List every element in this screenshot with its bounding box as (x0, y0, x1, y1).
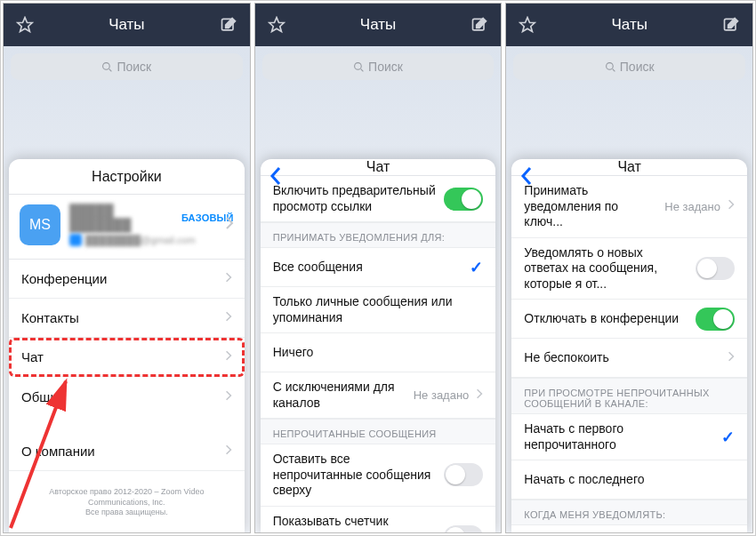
navbar: Чаты (506, 4, 752, 46)
row-label: Оставить все непрочитанные сообщения све… (273, 452, 438, 499)
menu-label: О компании (21, 444, 225, 459)
setting-row[interactable]: С исключениями для каналовНе задано (261, 372, 496, 419)
phone-2-screen: Чаты Поиск Чат Включить предварительный … (254, 3, 503, 533)
toggle-switch[interactable] (444, 463, 483, 486)
search-placeholder: Поиск (117, 60, 151, 74)
setting-row[interactable]: Принимать уведомления по ключ...Не задан… (511, 176, 747, 238)
row-label: Уведомлять о новых ответах на сообщения,… (524, 245, 688, 292)
menu-item-конференции[interactable]: Конференции (9, 260, 245, 299)
zoom-icon (69, 234, 82, 246)
search-placeholder: Поиск (620, 60, 655, 74)
chevron-right-icon (225, 310, 232, 325)
sheet-header: Чат (261, 159, 496, 176)
menu-label: Контакты (21, 310, 225, 325)
star-icon[interactable] (519, 16, 536, 34)
sheet-header: Настройки (9, 159, 245, 195)
account-text: █████ ███████ БАЗОВЫЙ ████████@gmail.com (69, 204, 234, 246)
settings-sheet: Настройки MS █████ ███████ БАЗОВЫЙ █████… (9, 159, 245, 532)
menu-label: Общие (21, 389, 225, 404)
svg-point-6 (355, 62, 362, 69)
navbar: Чаты (4, 4, 250, 46)
copyright-line1: Авторское право 2012-2020 – Zoom Video C… (18, 487, 236, 508)
toggle-switch[interactable] (696, 308, 735, 331)
sheet-title: Настройки (92, 169, 161, 185)
row-label: Не беспокоить (524, 350, 720, 366)
chevron-right-icon (225, 271, 232, 286)
sheet-title: Чат (617, 159, 641, 175)
search-input[interactable]: Поиск (513, 53, 745, 80)
chevron-right-icon (728, 350, 735, 366)
compose-icon[interactable] (470, 16, 488, 34)
section-header: ПРИНИМАТЬ УВЕДОМЛЕНИЯ ДЛЯ: (261, 222, 496, 248)
nav-title: Чаты (611, 16, 647, 34)
toggle-switch[interactable] (696, 257, 735, 280)
chat-sheet-2: Чат Принимать уведомления по ключ...Не з… (511, 159, 747, 532)
copyright: Авторское право 2012-2020 – Zoom Video C… (9, 471, 245, 525)
svg-marker-7 (520, 18, 535, 32)
star-icon[interactable] (16, 16, 34, 34)
setting-row[interactable]: Не беспокоить (511, 339, 747, 378)
toggle-switch[interactable] (444, 525, 483, 532)
row-label: С исключениями для каналов (273, 380, 406, 411)
toggle-switch[interactable] (444, 188, 483, 211)
setting-row[interactable]: Начать с первого непрочитанного✓ (511, 414, 747, 460)
phone-1-screen: Чаты Поиск Настройки MS █████ ███████ БА… (3, 3, 251, 533)
setting-row[interactable]: Оставить все непрочитанные сообщения све… (261, 444, 496, 507)
section-header: ПРИ ПРОСМОТРЕ НЕПРОЧИТАННЫХ СООБЩЕНИЙ В … (511, 378, 747, 414)
menu-item-общие[interactable]: Общие (9, 377, 245, 416)
setting-row[interactable]: Начать с последнего (511, 460, 747, 500)
search-placeholder: Поиск (368, 60, 403, 74)
menu-label: Конференции (21, 271, 225, 286)
phone-3-screen: Чаты Поиск Чат Принимать уведомления по … (505, 3, 753, 533)
row-label: Принимать уведомления по ключ... (524, 183, 657, 230)
row-label: Начать с последнего (524, 472, 735, 488)
menu-label: Чат (21, 349, 225, 364)
setting-row[interactable]: Показывать счетчик непрочитанных сообщен… (261, 507, 496, 533)
setting-row[interactable]: Только личные сообщения или упоминания (261, 287, 496, 333)
chevron-right-icon (225, 216, 234, 234)
setting-row[interactable]: Включить предварительный просмотр ссылки (261, 176, 496, 222)
nav-title: Чаты (109, 16, 144, 34)
account-email: ████████@gmail.com (85, 235, 196, 245)
setting-row[interactable]: Отключать в конференции (511, 300, 747, 339)
chevron-right-icon (476, 388, 483, 404)
row-label: Ничего (273, 345, 484, 361)
sheet-title: Чат (366, 159, 390, 175)
account-row[interactable]: MS █████ ███████ БАЗОВЫЙ ████████@gmail.… (9, 195, 245, 260)
chevron-right-icon (728, 198, 735, 214)
row-value: Не задано (664, 200, 720, 213)
avatar: MS (20, 204, 60, 245)
row-label: Все сообщения (273, 260, 463, 276)
row-label: Показывать счетчик непрочитанных сообщен… (273, 514, 438, 533)
star-icon[interactable] (268, 16, 286, 34)
chevron-right-icon (225, 444, 232, 459)
section-header: КОГДА МЕНЯ УВЕДОМЛЯТЬ: (511, 500, 747, 525)
setting-row[interactable]: Уведомлять о новых ответах на сообщения,… (511, 238, 747, 300)
chevron-right-icon (225, 349, 232, 364)
row-label: Отключать в конференции (524, 311, 688, 327)
row-value: Не задано (414, 388, 470, 402)
compose-icon[interactable] (220, 16, 237, 34)
compose-icon[interactable] (722, 16, 740, 34)
setting-row[interactable]: Все сообщения✓ (261, 248, 496, 287)
copyright-line2: Все права защищены. (18, 508, 236, 518)
sheet-header: Чат (511, 159, 747, 176)
svg-marker-4 (269, 18, 284, 32)
search-input[interactable]: Поиск (262, 53, 495, 80)
row-label: Включить предварительный просмотр ссылки (273, 183, 438, 214)
menu-item-чат[interactable]: Чат (9, 338, 245, 377)
row-label: Начать с первого непрочитанного (524, 421, 714, 452)
menu-item-о компании[interactable]: О компании (9, 432, 245, 471)
back-button[interactable] (269, 166, 282, 189)
svg-marker-0 (18, 18, 33, 32)
setting-row[interactable]: Всегда, даже при моей активности на рабо… (511, 525, 747, 532)
menu-item-контакты[interactable]: Контакты (9, 299, 245, 338)
svg-point-2 (103, 62, 110, 69)
setting-row[interactable]: Ничего (261, 333, 496, 372)
chat-sheet-1: Чат Включить предварительный просмотр сс… (261, 159, 496, 532)
back-button[interactable] (520, 166, 533, 189)
row-label: Только личные сообщения или упоминания (273, 294, 484, 325)
search-input[interactable]: Поиск (11, 53, 243, 80)
svg-point-9 (606, 62, 613, 69)
account-name: █████ ███████ (69, 204, 176, 232)
